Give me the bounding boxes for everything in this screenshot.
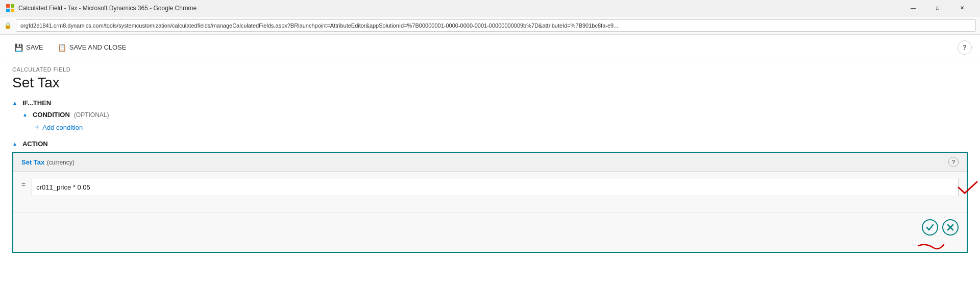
save-label: SAVE: [26, 43, 43, 51]
cancel-button[interactable]: [942, 219, 959, 236]
svg-rect-0: [6, 4, 10, 8]
add-condition-button[interactable]: + Add condition: [35, 123, 968, 132]
if-then-section[interactable]: ▲ IF...THEN: [12, 99, 968, 107]
section-label: CALCULATED FIELD: [12, 66, 968, 73]
confirm-check-icon: [925, 223, 935, 232]
red-checkmark-icon: [958, 180, 978, 195]
condition-section: ▲ CONDITION (OPTIONAL) + Add condition: [22, 111, 968, 132]
help-button[interactable]: ?: [958, 40, 972, 55]
page-content: CALCULATED FIELD Set Tax ▲ IF...THEN ▲ C…: [0, 60, 980, 304]
action-collapse-icon: ▲: [12, 141, 17, 147]
if-then-label: IF...THEN: [22, 99, 51, 107]
browser-favicon: [6, 4, 14, 12]
save-and-close-button[interactable]: 📋 SAVE AND CLOSE: [52, 40, 133, 55]
app-toolbar: 💾 SAVE 📋 SAVE AND CLOSE ?: [0, 35, 980, 60]
browser-title-bar: Calculated Field - Tax - Microsoft Dynam…: [0, 0, 980, 16]
add-plus-icon: +: [35, 123, 39, 132]
condition-collapse-icon: ▲: [22, 112, 28, 118]
card-spacer: [13, 202, 967, 213]
action-card-title-area: Set Tax (currency): [21, 157, 75, 167]
maximize-button[interactable]: □: [926, 0, 949, 16]
action-card-body: =: [13, 172, 967, 202]
action-card-title: Set Tax: [21, 158, 44, 166]
svg-rect-3: [11, 9, 14, 12]
action-card: Set Tax (currency) ? =: [12, 152, 968, 253]
collapse-arrow-icon: ▲: [12, 100, 17, 106]
action-card-type: (currency): [47, 159, 75, 166]
save-and-close-label: SAVE AND CLOSE: [69, 43, 127, 51]
save-icon: 💾: [14, 43, 23, 52]
red-underline-icon: [916, 241, 946, 251]
condition-header[interactable]: ▲ CONDITION (OPTIONAL): [22, 111, 968, 119]
address-bar: 🔒 orgfd2e1841.crm8.dynamics.com/tools/sy…: [0, 16, 980, 35]
lock-icon: 🔒: [4, 22, 12, 29]
red-annotation-area: [13, 242, 967, 252]
action-card-header: Set Tax (currency) ?: [13, 153, 967, 172]
condition-label: CONDITION: [33, 111, 70, 119]
add-condition-label: Add condition: [42, 124, 83, 131]
formula-input-container: [32, 178, 959, 196]
equals-sign: =: [21, 178, 26, 189]
formula-input[interactable]: [32, 178, 959, 196]
browser-title-text: Calculated Field - Tax - Microsoft Dynam…: [18, 5, 901, 12]
save-button[interactable]: 💾 SAVE: [8, 40, 50, 55]
url-bar[interactable]: orgfd2e1841.crm8.dynamics.com/tools/syst…: [16, 19, 976, 32]
action-card-footer: [13, 213, 967, 242]
close-button[interactable]: ✕: [950, 0, 974, 16]
action-section: ▲ ACTION: [12, 140, 968, 148]
svg-rect-2: [6, 9, 10, 12]
page-title: Set Tax: [12, 75, 968, 91]
action-label: ACTION: [22, 140, 48, 148]
browser-controls: — □ ✕: [901, 0, 974, 16]
confirm-button[interactable]: [922, 219, 938, 236]
save-close-icon: 📋: [58, 43, 66, 52]
svg-rect-1: [11, 4, 14, 8]
action-card-help-button[interactable]: ?: [948, 157, 959, 167]
minimize-button[interactable]: —: [901, 0, 925, 16]
cancel-x-icon: [946, 223, 955, 232]
optional-label: (OPTIONAL): [74, 111, 109, 119]
